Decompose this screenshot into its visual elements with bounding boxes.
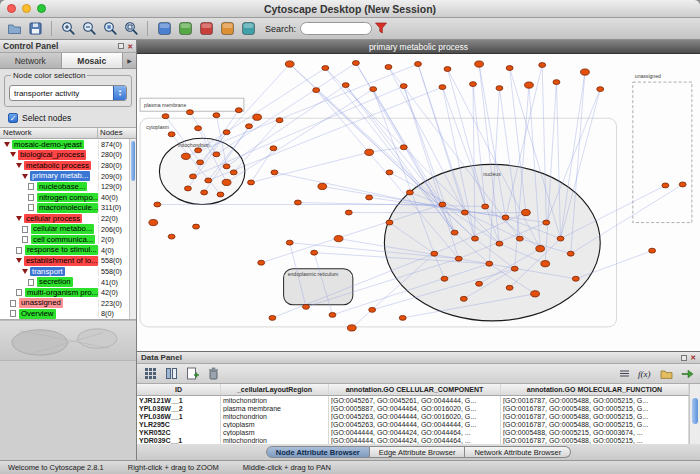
tree-row[interactable]: response to stimul...4(0) [0,245,129,256]
filter-icon[interactable] [372,20,390,38]
expand-triangle-icon[interactable] [16,216,22,221]
table-row[interactable]: YJR121W__1mitochondrion[GO:0045267, GO:0… [137,396,689,404]
zoom-window-button[interactable] [37,4,46,13]
node-color-dropdown[interactable]: transporter activity ▲▼ [9,85,127,101]
attribute-columns-icon[interactable] [162,365,180,383]
network-canvas-svg[interactable]: cytoplasmplasma membraneunassignedmitoch… [137,54,700,351]
tree-item-label: Overview [19,309,56,319]
tree-row[interactable]: transport558(0) [0,266,129,277]
leaf-icon [28,194,34,201]
tree-item-label: unassigned [19,298,63,308]
expand-triangle-icon[interactable] [16,258,22,263]
table-scrollbar[interactable] [689,384,700,444]
tree-row[interactable]: mosaic-demo-yeast874(0) [0,139,129,150]
expand-triangle-icon[interactable] [22,269,28,274]
tab-mosaic[interactable]: Mosaic [62,53,124,68]
expand-triangle-icon[interactable] [10,152,16,157]
table-row[interactable]: YDR039C__1mitochondrion[GO:0044444, GO:0… [137,436,689,444]
tree-item-count: 209(0) [98,172,129,181]
tree-item-count: 280(0) [98,161,129,170]
tab-network[interactable]: Network [0,53,62,68]
zoom-in-icon[interactable] [59,20,77,38]
tree-row[interactable]: nucleobase...129(0) [0,181,129,192]
close-panel-icon[interactable]: ✕ [127,43,133,50]
create-network-icon[interactable] [155,20,173,38]
network-view-title-bar[interactable]: primary metabolic process [137,40,700,54]
tree-row[interactable]: nitrogen compo...40(0) [0,192,129,203]
mosaic-tree: mosaic-demo-yeast874(0)biological_proces… [0,139,136,320]
tab-edge-attribute-browser[interactable]: Edge Attribute Browser [370,446,466,458]
column-header[interactable]: _cellularLayoutRegion [221,384,329,395]
tree-row[interactable]: cellular metabo...206(0) [0,224,129,235]
svg-text:plasma membrane: plasma membrane [144,102,186,108]
table-scrollbar-thumb[interactable] [692,398,698,424]
table-cell: [GO:0045267, GO:0045261, GO:0044444, G..… [329,396,501,404]
table-cell: [GO:0016787, GO:0005488, GO:0005215, G..… [501,396,689,404]
table-cell: [GO:0044444, GO:0044424, GO:0044464, ... [329,436,501,444]
table-row[interactable]: YPL036W__1mitochondrion[GO:0045263, GO:0… [137,412,689,420]
tree-item-label: nucleobase... [37,182,87,192]
table-row[interactable]: YKR052Ccytoplasm[GO:0044444, GO:0044424,… [137,428,689,436]
search-input[interactable] [300,22,372,35]
open-session-icon[interactable] [5,20,23,38]
tab-node-attribute-browser[interactable]: Node Attribute Browser [266,446,370,458]
save-session-icon[interactable] [26,20,44,38]
tree-row[interactable]: primary metab...209(0) [0,171,129,182]
expand-triangle-icon[interactable] [4,142,10,147]
tree-column-network[interactable]: Network [0,128,98,138]
tree-item-label: mosaic-demo-yeast [12,140,84,150]
column-header[interactable]: annotation.GO CELLULAR_COMPONENT [329,384,501,395]
tree-scrollbar[interactable] [129,139,136,319]
equation-icon[interactable] [615,365,633,383]
tree-row[interactable]: establishment of lo...558(0) [0,256,129,267]
vizmapper-icon[interactable] [197,20,215,38]
tree-column-nodes[interactable]: Nodes [98,128,136,138]
tree-row[interactable]: cellular process22(0) [0,213,129,224]
tab-scroll-right-icon[interactable]: ▶ [123,53,136,68]
expand-triangle-icon[interactable] [16,163,22,168]
annotation-icon[interactable] [239,20,257,38]
close-window-button[interactable] [7,4,16,13]
attribute-select-icon[interactable] [141,365,159,383]
tree-row[interactable]: Overview8(0) [0,309,129,320]
minimize-window-button[interactable] [22,4,31,13]
delete-attribute-icon[interactable] [204,365,222,383]
tree-row[interactable]: biological_process280(0) [0,150,129,161]
tree-row[interactable]: multi-organism pro...42(0) [0,287,129,298]
zoom-out-icon[interactable] [80,20,98,38]
main-toolbar: Search: [0,18,700,40]
table-cell: [GO:0016787, GO:0005488, GO:0005215, ... [501,436,689,444]
create-attribute-icon[interactable] [183,365,201,383]
open-attribute-file-icon[interactable] [678,365,696,383]
tree-row[interactable]: unassigned223(0) [0,298,129,309]
plugin-mosaic-icon[interactable] [218,20,236,38]
select-nodes-checkbox[interactable]: ✓ [8,113,18,123]
import-network-icon[interactable] [176,20,194,38]
leaf-icon [28,183,34,190]
leaf-icon [16,289,22,296]
tree-row[interactable]: macromolecule...311(0) [0,203,129,214]
network-canvas[interactable]: cytoplasmplasma membraneunassignedmitoch… [137,54,700,351]
column-header[interactable]: annotation.GO MOLECULAR_FUNCTION [501,384,689,395]
column-header[interactable]: ID [137,384,221,395]
zoom-selected-icon[interactable] [101,20,119,38]
function-builder-icon[interactable]: f(x) [636,365,654,383]
svg-text:unassigned: unassigned [635,73,661,79]
expand-triangle-icon[interactable] [22,174,28,179]
leaf-icon [10,300,16,307]
right-column: primary metabolic process cytoplasmplasm… [137,40,700,460]
tree-row[interactable]: cell communica...2(0) [0,234,129,245]
table-row[interactable]: YPL036W__2plasma membrane[GO:0005887, GO… [137,404,689,412]
table-row[interactable]: YLR295Ccytoplasm[GO:0045263, GO:0044444,… [137,420,689,428]
float-panel-icon[interactable] [118,43,124,49]
tree-scrollbar-thumb[interactable] [131,141,135,181]
import-attributes-icon[interactable] [657,365,675,383]
close-data-panel-icon[interactable]: ✕ [690,354,696,361]
control-panel-title: Control Panel [3,41,58,51]
zoom-fit-icon[interactable] [122,20,140,38]
float-data-panel-icon[interactable] [681,355,687,361]
tree-row[interactable]: metabolic process280(0) [0,160,129,171]
node-color-selection-label: Node color selection [11,71,87,80]
tab-network-attribute-browser[interactable]: Network Attribute Browser [465,446,571,458]
tree-row[interactable]: secretion41(0) [0,277,129,288]
